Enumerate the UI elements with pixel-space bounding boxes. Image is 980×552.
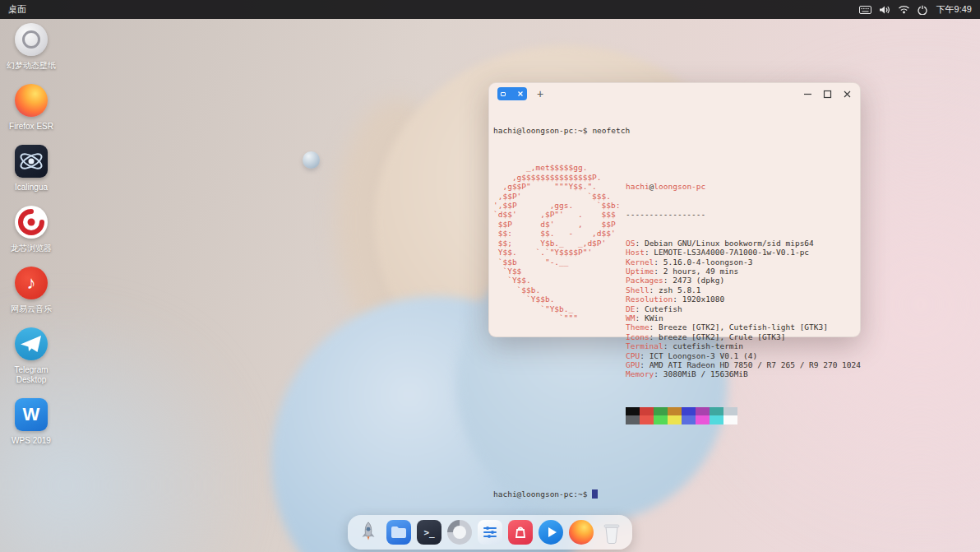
neofetch-field-shell: Shellzsh 5.8.1 (626, 285, 856, 295)
desktop: 桌面 下午9:49 幻梦动态壁纸Firefox ESRIcalingua龙芯浏览… (0, 0, 980, 552)
telegram-icon (13, 326, 49, 362)
neofetch-field-memory: Memory3080MiB / 15636MiB (626, 369, 856, 378)
maximize-button[interactable] (823, 90, 832, 99)
file-manager-icon[interactable] (386, 519, 412, 545)
desktop-icon-label: Telegram Desktop (5, 365, 58, 385)
neofetch-field-icons: Iconsbreeze [GTK2], Crule [GTK3] (626, 332, 856, 341)
neofetch-field-resolution: Resolution1920x1080 (626, 295, 856, 304)
neofetch-value: 2473 (dpkg) (663, 276, 724, 285)
neofetch-label: Kernel (626, 257, 654, 267)
terminal-color-swatch (723, 415, 737, 424)
neofetch-field-cpu: CPUICT Loongson-3 V0.1 (4) (626, 351, 856, 360)
neofetch-value: Debian GNU/Linux bookworm/sid mips64 (635, 239, 813, 248)
desktop-icon-label: 幻梦动态壁纸 (7, 61, 56, 71)
app-store-icon[interactable] (507, 519, 534, 545)
neofetch-value: 2 hours, 49 mins (654, 267, 738, 276)
desktop-icon-label: 网易云音乐 (11, 304, 52, 314)
desktop-icon-list: 幻梦动态壁纸Firefox ESRIcalingua龙芯浏览器♪网易云音乐Tel… (5, 20, 58, 448)
neofetch-label: WM (626, 313, 635, 322)
neofetch-field-wm: WMKWin (626, 313, 856, 322)
loongson-browser-icon (13, 204, 49, 240)
neofetch-label: Terminal (626, 341, 663, 350)
neofetch-value: 3080MiB / 15636MiB (654, 369, 747, 378)
new-tab-button[interactable]: + (537, 88, 543, 100)
neofetch-value: ICT Loongson-3 V0.1 (4) (640, 351, 757, 360)
dream-wallpaper-icon (13, 21, 49, 58)
firefox-icon[interactable] (568, 519, 594, 545)
desktop-icon-netease-music[interactable]: ♪网易云音乐 (5, 263, 58, 316)
minimize-button[interactable] (803, 90, 812, 99)
neofetch-field-theme: ThemeBreeze [GTK2], Cutefish-light [GTK3… (626, 322, 856, 332)
desktop-icon-label: Icalingua (15, 183, 48, 193)
desktop-icon-telegram[interactable]: Telegram Desktop (5, 324, 58, 387)
neofetch-field-gpu: GPUAMD ATI Radeon HD 7850 / R7 265 / R9 … (626, 360, 856, 369)
terminal-titlebar[interactable]: + (489, 83, 860, 104)
terminal-color-swatch (682, 415, 696, 424)
wps-icon: W (13, 397, 49, 433)
terminal-icon[interactable]: >_ (416, 519, 442, 545)
neofetch-label: Resolution (626, 295, 673, 304)
terminal-body[interactable]: hachi@loongson-pc:~$neofetch _,met$$$$$g… (489, 104, 860, 517)
window-controls (803, 90, 852, 99)
terminal-color-swatch (723, 407, 737, 416)
close-button[interactable] (843, 90, 852, 99)
wallpaper-sphere (303, 151, 320, 169)
settings-icon[interactable] (477, 519, 503, 545)
neofetch-separator: ----------------- (626, 210, 856, 219)
neofetch-label: Host (626, 248, 645, 257)
launcher-icon[interactable] (355, 519, 381, 545)
terminal-tab-icon (501, 92, 506, 96)
neofetch-info: hachi@loongson-pc ----------------- OSDe… (626, 163, 856, 443)
terminal-color-swatch (668, 415, 682, 424)
neofetch-value: Cutefish (635, 304, 682, 313)
keyboard-icon[interactable] (859, 5, 871, 15)
prompt-line: hachi@loongson-pc:~$ (493, 489, 856, 499)
terminal-color-swatch (626, 415, 640, 424)
neofetch-label: Memory (626, 369, 654, 378)
terminal-color-swatch (696, 415, 710, 424)
terminal-color-swatch (682, 407, 696, 416)
shell-command: neofetch (587, 126, 630, 135)
terminal-color-swatch (696, 407, 710, 416)
neofetch-entries: OSDebian GNU/Linux bookworm/sid mips64Ho… (626, 239, 856, 379)
neofetch-value: Breeze [GTK2], Cutefish-light [GTK3] (649, 322, 828, 332)
icalingua-icon (13, 143, 49, 179)
neofetch-field-host: HostLEMOTE-LS3A4000-7A1000-1w-V0.1-pc (626, 248, 856, 257)
desktop-icon-wps[interactable]: WWPS 2019 (5, 395, 58, 448)
desktop-icon-icalingua[interactable]: Icalingua (5, 141, 58, 194)
power-icon[interactable] (918, 5, 927, 15)
clock[interactable]: 下午9:49 (936, 3, 972, 16)
neofetch-value: AMD ATI Radeon HD 7850 / R7 265 / R9 270… (640, 360, 861, 369)
desktop-icon-firefox[interactable]: Firefox ESR (5, 81, 58, 133)
neofetch-field-packages: Packages2473 (dpkg) (626, 276, 856, 285)
neofetch-label: Icons (626, 332, 649, 341)
desktop-icon-dream-wallpaper[interactable]: 幻梦动态壁纸 (5, 20, 58, 72)
shell-prompt: hachi@loongson-pc:~$ (493, 126, 587, 135)
media-player-icon[interactable] (538, 519, 564, 545)
trash-icon[interactable] (599, 519, 625, 545)
neofetch-value: KWin (635, 313, 663, 322)
neofetch-label: GPU (626, 360, 640, 369)
terminal-color-swatch (626, 407, 640, 416)
neofetch-label: DE (626, 304, 635, 313)
netease-music-icon: ♪ (13, 265, 49, 301)
terminal-window: + hachi@loongson-pc:~$neofetch _,met$$$$… (488, 82, 861, 337)
terminal-color-swatch (640, 407, 654, 416)
system-tray: 下午9:49 (859, 3, 972, 16)
neofetch-field-os: OSDebian GNU/Linux bookworm/sid mips64 (626, 239, 856, 248)
neofetch-label: Theme (626, 322, 649, 332)
system-monitor-icon[interactable] (446, 519, 473, 545)
neofetch-field-terminal: Terminalcutefish-termin (626, 341, 856, 350)
terminal-color-swatch (710, 407, 723, 416)
wifi-icon[interactable] (898, 5, 910, 14)
tab-close-icon[interactable] (517, 90, 524, 97)
volume-icon[interactable] (879, 5, 890, 15)
neofetch-user: hachi (626, 182, 649, 191)
debian-ascii-logo: _,met$$$$$gg. ,g$$$$$$$$$$$$$$$P. ,g$$P"… (493, 163, 626, 443)
terminal-color-swatch (654, 407, 668, 416)
neofetch-value: LEMOTE-LS3A4000-7A1000-1w-V0.1-pc (645, 248, 809, 257)
desktop-icon-loongson-browser[interactable]: 龙芯浏览器 (5, 202, 58, 255)
terminal-color-palette (626, 407, 737, 424)
desktop-menu-button[interactable]: 桌面 (8, 3, 26, 16)
terminal-tab[interactable] (497, 87, 527, 100)
